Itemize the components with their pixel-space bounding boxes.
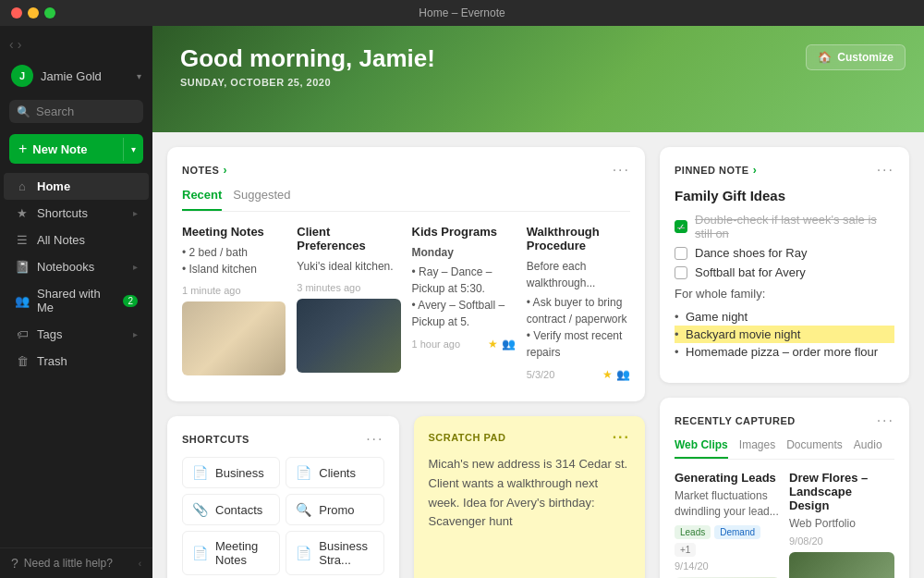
shortcut-business[interactable]: 📄 Business	[182, 457, 280, 488]
rc-tab-images[interactable]: Images	[739, 438, 775, 459]
notes-menu-button[interactable]: ···	[613, 162, 630, 178]
username: Jamie Gold	[41, 69, 129, 83]
shared-icon: 👥	[15, 294, 30, 308]
checkbox-item-0[interactable]: ✓ Double-check if last week's sale is st…	[675, 213, 894, 240]
new-note-main: + New Note	[9, 134, 123, 164]
sidebar-item-tags[interactable]: 🏷 Tags ▸	[4, 321, 149, 348]
back-arrow[interactable]: ‹	[9, 37, 14, 52]
note-body-kids: Monday • Ray – Dance – Pickup at 5:30. •…	[412, 244, 516, 330]
rc-tab-webclips[interactable]: Web Clips	[675, 438, 728, 459]
note-card-client[interactable]: Client Preferences Yuki's ideal kitchen.…	[297, 225, 400, 387]
help-row[interactable]: ? Need a little help? ‹	[0, 547, 152, 578]
sidebar-item-home[interactable]: ⌂ Home	[4, 173, 149, 200]
note-body-client: Yuki's ideal kitchen.	[297, 258, 400, 275]
shortcut-meeting-notes[interactable]: 📄 Meeting Notes	[182, 531, 280, 575]
pinned-note-card: PINNED NOTE › ··· Family Gift Ideas ✓ Do…	[660, 147, 909, 383]
rc-tags-leads: Leads Demand +1	[675, 525, 780, 557]
forward-arrow[interactable]: ›	[18, 37, 22, 52]
notebooks-arrow-icon: ▸	[133, 262, 138, 272]
shortcut-promo[interactable]: 🔍 Promo	[286, 494, 383, 525]
shortcuts-menu-button[interactable]: ···	[366, 431, 383, 448]
rc-menu-button[interactable]: ···	[877, 412, 894, 429]
recently-captured-card: RECENTLY CAPTURED ··· Web Clips Images D…	[660, 398, 909, 578]
plus-icon: +	[18, 141, 27, 157]
sidebar-label-home: Home	[37, 179, 70, 193]
sidebar-item-notebooks[interactable]: 📓 Notebooks ▸	[4, 253, 149, 280]
avatar: J	[11, 65, 33, 87]
note-image-living	[182, 301, 286, 375]
shortcut-icon-meeting: 📄	[192, 546, 208, 560]
pinned-note-bullets: Game night Backyard movie night Homemade…	[675, 308, 894, 361]
note-card-meeting[interactable]: Meeting Notes • 2 bed / bath • Island ki…	[182, 225, 286, 387]
scratch-pad-header: SCRATCH PAD ···	[429, 429, 631, 446]
rc-date-landscape: 9/08/20	[789, 535, 894, 547]
tab-suggested[interactable]: Suggested	[233, 188, 290, 211]
shortcuts-grid: 📄 Business 📄 Clients 📎 Contacts	[182, 457, 384, 578]
notes-tabs: Recent Suggested	[182, 188, 630, 212]
shortcut-clients[interactable]: 📄 Clients	[286, 457, 383, 488]
rc-item-title-landscape: Drew Flores – Landscape Design	[789, 471, 894, 512]
rc-item-landscape[interactable]: Drew Flores – Landscape Design Web Portf…	[789, 471, 894, 578]
note-card-walkthrough[interactable]: Walkthrough Procedure Before each walkth…	[527, 225, 630, 387]
minimize-button[interactable]	[28, 7, 39, 18]
search-box[interactable]: 🔍 Search	[9, 100, 143, 123]
user-chevron-icon: ▾	[137, 71, 141, 81]
new-note-dropdown-arrow[interactable]: ▾	[123, 138, 143, 161]
greeting-text: Good morning, Jamie!	[180, 44, 435, 73]
shortcuts-icon: ★	[15, 206, 30, 220]
star-icon-2: ★	[602, 368, 613, 381]
sidebar-item-shared[interactable]: 👥 Shared with Me 2	[4, 280, 149, 321]
customize-icon: 🏠	[818, 51, 832, 64]
rc-item-leads[interactable]: Generating Leads Market fluctuations dwi…	[675, 471, 780, 578]
title-bar: Home – Evernote	[0, 0, 924, 26]
pinned-note-subtitle: For whole family:	[675, 287, 894, 301]
shortcut-contacts[interactable]: 📎 Contacts	[182, 494, 280, 525]
sidebar-item-shortcuts[interactable]: ★ Shortcuts ▸	[4, 200, 149, 227]
help-text: Need a little help?	[24, 557, 133, 570]
pinned-note-arrow: ›	[753, 164, 758, 177]
new-note-button[interactable]: + New Note ▾	[9, 134, 143, 164]
shortcuts-arrow-icon: ▸	[133, 208, 138, 218]
shortcut-business-stra[interactable]: 📄 Business Stra...	[286, 531, 383, 575]
note-body-meeting: • 2 bed / bath • Island kitchen	[182, 244, 286, 277]
rc-tab-documents[interactable]: Documents	[786, 438, 843, 459]
rc-tab-audio[interactable]: Audio	[854, 438, 882, 459]
scratch-pad-card[interactable]: SCRATCH PAD ··· Micah's new address is 3…	[414, 416, 646, 578]
pinned-note-menu-button[interactable]: ···	[877, 162, 894, 178]
rc-card-header: RECENTLY CAPTURED ···	[675, 412, 894, 429]
notes-title-arrow: ›	[223, 164, 227, 177]
pinned-note-title: PINNED NOTE ›	[675, 164, 757, 177]
customize-label: Customize	[837, 51, 894, 64]
sidebar-label-notebooks: Notebooks	[37, 260, 94, 274]
checkbox-1	[675, 247, 687, 260]
home-icon: ⌂	[15, 179, 30, 193]
note-icons-walkthrough: ★ 👥	[602, 368, 630, 381]
close-button[interactable]	[11, 7, 22, 18]
maximize-button[interactable]	[44, 7, 55, 18]
people-icon-2: 👥	[616, 368, 630, 381]
scratch-pad-body: Micah's new address is 314 Cedar st. Cli…	[429, 455, 631, 532]
scratch-pad-menu-button[interactable]: ···	[613, 429, 630, 446]
tab-recent[interactable]: Recent	[182, 188, 222, 211]
checkbox-item-1[interactable]: Dance shoes for Ray	[675, 246, 894, 260]
tags-icon: 🏷	[15, 327, 30, 341]
sidebar: ‹ › J Jamie Gold ▾ 🔍 Search + New Note ▾…	[0, 26, 152, 578]
rc-item-body-landscape: Web Portfolio	[789, 516, 894, 532]
bullet-item-1: Backyard movie night	[675, 326, 894, 343]
rc-item-body-leads: Market fluctuations dwindling your lead.…	[675, 488, 780, 520]
user-row[interactable]: J Jamie Gold ▾	[0, 59, 152, 92]
customize-button[interactable]: 🏠 Customize	[806, 44, 906, 70]
star-icon: ★	[488, 338, 498, 350]
help-chevron-icon: ‹	[139, 559, 141, 569]
date-text: SUNDAY, OCTOBER 25, 2020	[180, 77, 435, 88]
shortcut-icon-business: 📄	[192, 465, 208, 480]
sidebar-item-trash[interactable]: 🗑 Trash	[4, 348, 149, 375]
rc-item-title-leads: Generating Leads	[675, 471, 780, 485]
pinned-note-header: PINNED NOTE › ···	[675, 162, 894, 178]
all-notes-icon: ☰	[15, 233, 30, 247]
checkbox-item-2[interactable]: Softball bat for Avery	[675, 265, 894, 279]
sidebar-item-all-notes[interactable]: ☰ All Notes	[4, 227, 149, 253]
rc-date-leads: 9/14/20	[675, 560, 780, 572]
note-meta-kids: 1 hour ago ★ 👥	[412, 338, 516, 350]
note-card-kids[interactable]: Kids Programs Monday • Ray – Dance – Pic…	[412, 225, 516, 387]
